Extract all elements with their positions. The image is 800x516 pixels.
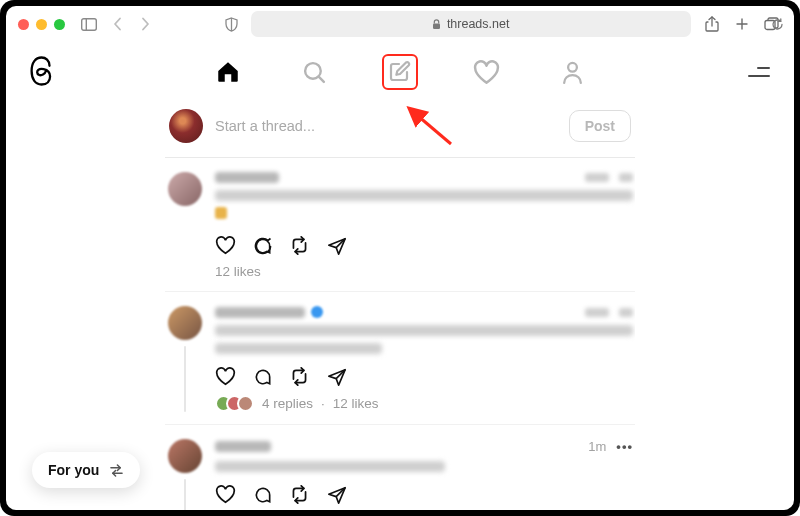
username[interactable]: [215, 441, 271, 452]
svg-line-8: [318, 76, 323, 81]
like-icon[interactable]: [215, 484, 236, 505]
avatar[interactable]: [168, 306, 202, 340]
likes-count[interactable]: 12 likes: [333, 396, 379, 411]
reply-icon[interactable]: [252, 366, 273, 387]
post-time: 1m: [588, 439, 606, 454]
window-controls: [18, 19, 65, 30]
reply-avatars[interactable]: [215, 395, 254, 412]
feed: Start a thread... Post: [165, 102, 635, 510]
nav-compose[interactable]: [382, 54, 418, 90]
switch-icon: [109, 464, 124, 477]
new-tab-icon[interactable]: [732, 14, 752, 34]
feed-switcher-label: For you: [48, 462, 99, 478]
nav-profile[interactable]: [554, 54, 590, 90]
share-icon[interactable]: [702, 14, 722, 34]
thread-line: [184, 346, 186, 412]
close-window-button[interactable]: [18, 19, 29, 30]
browser-toolbar: threads.net: [6, 6, 794, 42]
forward-button[interactable]: [135, 14, 155, 34]
nav-search[interactable]: [296, 54, 332, 90]
address-bar[interactable]: threads.net: [251, 11, 691, 37]
privacy-shield-icon[interactable]: [221, 14, 241, 34]
sidebar-toggle-icon[interactable]: [79, 14, 99, 34]
svg-rect-0: [82, 18, 97, 30]
feed-thread[interactable]: 1m •••: [165, 425, 635, 510]
repost-icon[interactable]: [289, 484, 310, 505]
post-actions: [215, 366, 633, 387]
nav-activity[interactable]: [468, 54, 504, 90]
composer-avatar[interactable]: [169, 109, 203, 143]
more-icon[interactable]: [619, 173, 633, 182]
nav-home[interactable]: [210, 54, 246, 90]
reply-icon[interactable]: [252, 484, 273, 505]
back-button[interactable]: [107, 14, 127, 34]
post-actions: [215, 235, 633, 256]
fullscreen-window-button[interactable]: [54, 19, 65, 30]
post-time: [585, 308, 609, 317]
username[interactable]: [215, 307, 305, 318]
svg-rect-3: [433, 23, 440, 29]
send-icon[interactable]: [326, 366, 347, 387]
send-icon[interactable]: [326, 484, 347, 505]
post-text: [215, 190, 633, 223]
post-text: [215, 325, 633, 354]
reload-icon[interactable]: [771, 18, 784, 31]
replies-count[interactable]: 4 replies: [262, 396, 313, 411]
avatar[interactable]: [168, 439, 202, 473]
feed-switcher-pill[interactable]: For you: [32, 452, 140, 488]
composer-placeholder[interactable]: Start a thread...: [215, 118, 557, 134]
repost-icon[interactable]: [289, 235, 310, 256]
avatar[interactable]: [168, 172, 202, 206]
url-host: threads.net: [447, 17, 510, 31]
menu-button[interactable]: [748, 64, 770, 80]
verified-icon: [311, 306, 323, 318]
likes-count[interactable]: 12 likes: [215, 264, 261, 279]
more-icon[interactable]: •••: [616, 439, 633, 454]
feed-thread[interactable]: 12 likes: [165, 158, 635, 292]
like-icon[interactable]: [215, 366, 236, 387]
repost-icon[interactable]: [289, 366, 310, 387]
post-time: [585, 173, 609, 182]
feed-thread[interactable]: 4 replies · 12 likes: [165, 292, 635, 425]
post-actions: [215, 484, 633, 505]
thread-line: [184, 479, 186, 510]
threads-logo[interactable]: [28, 56, 58, 86]
composer[interactable]: Start a thread... Post: [165, 102, 635, 158]
username[interactable]: [215, 172, 279, 183]
reply-icon[interactable]: [252, 235, 273, 256]
minimize-window-button[interactable]: [36, 19, 47, 30]
more-icon[interactable]: [619, 308, 633, 317]
like-icon[interactable]: [215, 235, 236, 256]
main-nav: [6, 42, 794, 102]
svg-point-9: [568, 62, 577, 71]
lock-icon: [432, 19, 441, 30]
post-text: [215, 461, 633, 472]
send-icon[interactable]: [326, 235, 347, 256]
post-button[interactable]: Post: [569, 110, 631, 142]
